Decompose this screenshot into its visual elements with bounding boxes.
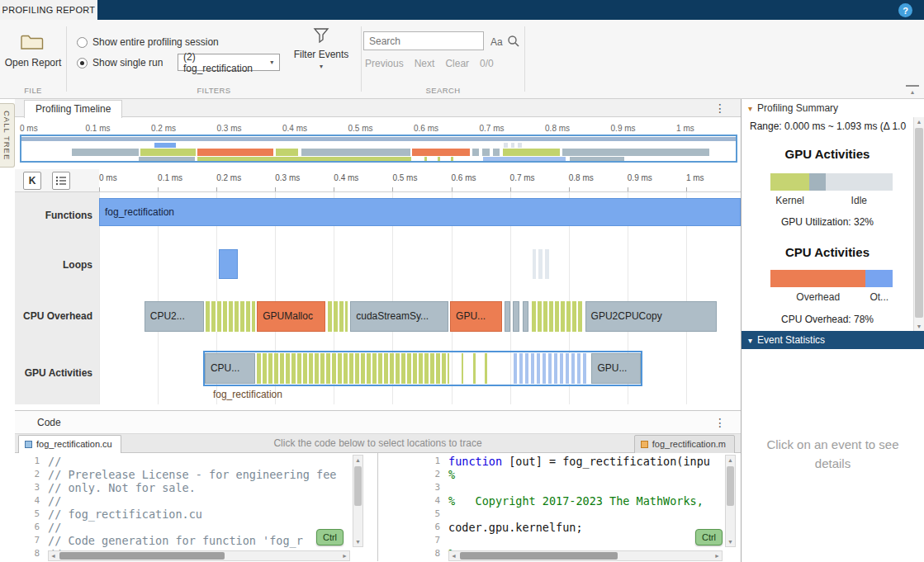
- profiling-report-tab[interactable]: PROFILING REPORT: [0, 0, 97, 20]
- code-line[interactable]: 4% Copyright 2017-2023 The MathWorks,: [379, 494, 741, 508]
- code-line[interactable]: 1function [out] = fog_rectification(inpu: [379, 455, 741, 468]
- previous-button[interactable]: Previous: [365, 58, 404, 69]
- scroll-up-icon[interactable]: ▲: [726, 456, 735, 465]
- ruler-corner: K: [15, 169, 99, 191]
- line-number: 4: [379, 494, 448, 508]
- run-dropdown-value: (2) fog_rectification: [183, 51, 265, 74]
- m-vertical-scrollbar[interactable]: ▲ ▼: [725, 455, 736, 547]
- call-tree-tab[interactable]: CALL TREE: [0, 103, 15, 168]
- timeline-segment[interactable]: [545, 249, 548, 279]
- code-line[interactable]: 5// fog_rectification.cu: [15, 508, 377, 521]
- tab-m-file[interactable]: fog_rectification.m: [634, 435, 735, 454]
- scrollbar-thumb[interactable]: [59, 552, 225, 560]
- minimap-segment: [483, 157, 566, 161]
- event-statistics-header[interactable]: ▾ Event Statistics: [742, 331, 924, 349]
- tab-profiling-timeline[interactable]: Profiling Timeline: [24, 100, 122, 118]
- code-line[interactable]: 3: [379, 481, 741, 494]
- scroll-up-icon[interactable]: ▲: [914, 117, 924, 126]
- scroll-left-icon[interactable]: ◄: [49, 551, 58, 560]
- event-list-button[interactable]: [52, 172, 70, 190]
- timeline-segment[interactable]: [514, 353, 588, 384]
- code-line[interactable]: 5: [379, 508, 741, 521]
- detail-ruler-row: K 0 ms0.1 ms0.2 ms0.3 ms0.4 ms0.5 ms0.6 …: [15, 169, 741, 192]
- timeline-segment[interactable]: GPU2CPUCopy: [585, 301, 717, 332]
- timeline-segment[interactable]: [257, 353, 449, 384]
- row-track[interactable]: fog_rectification: [99, 192, 741, 238]
- row-track[interactable]: CPU...GPU...fog_rectification: [99, 342, 741, 404]
- timeline-segment[interactable]: [533, 249, 536, 279]
- timeline-segment[interactable]: CPU...: [205, 353, 255, 384]
- filter-events-button[interactable]: Filter Events ▾: [280, 28, 362, 70]
- ruler-tick: [686, 187, 687, 191]
- radio-show-entire-session[interactable]: Show entire profiling session: [77, 36, 219, 48]
- event-statistics-placeholder: Click on an event to see details: [751, 435, 916, 474]
- timeline-segment[interactable]: fog_rectification: [99, 198, 741, 226]
- tab-cu-file[interactable]: fog_rectification.cu: [18, 435, 121, 454]
- cu-horizontal-scrollbar[interactable]: ◄ ►: [48, 550, 350, 561]
- code-menu-icon[interactable]: ⋮: [714, 414, 726, 431]
- timeline-segment[interactable]: [505, 301, 510, 332]
- open-folder-icon[interactable]: [20, 33, 45, 54]
- scroll-up-icon[interactable]: ▲: [353, 456, 362, 465]
- timeline-segment[interactable]: [462, 353, 464, 384]
- timeline-menu-icon[interactable]: ⋮: [714, 100, 726, 116]
- search-icon[interactable]: [507, 35, 520, 51]
- cpu-overhead-text: CPU Overhead: 78%: [742, 314, 913, 325]
- ruler-tick: [392, 187, 393, 191]
- radio-circle-selected-icon[interactable]: [77, 58, 88, 68]
- collapse-toolstrip-icon[interactable]: ▴: [906, 85, 919, 96]
- timeline-segment[interactable]: [473, 353, 476, 384]
- code-line[interactable]: 7: [379, 534, 741, 547]
- timeline-minimap[interactable]: [20, 135, 737, 163]
- scrollbar-thumb[interactable]: [727, 466, 734, 506]
- m-horizontal-scrollbar[interactable]: ◄ ►: [448, 550, 723, 561]
- row-track[interactable]: [99, 238, 741, 290]
- overview-ruler: 0 ms0.1 ms0.2 ms0.3 ms0.4 ms0.5 ms0.6 ms…: [20, 117, 737, 135]
- code-line[interactable]: 2%: [379, 468, 741, 481]
- run-dropdown[interactable]: (2) fog_rectification ▾: [178, 54, 280, 71]
- timeline-segment[interactable]: [532, 301, 583, 332]
- code-line[interactable]: 2// Prerelease License - for engineering…: [15, 468, 377, 481]
- timeline-segment[interactable]: [538, 249, 542, 279]
- timeline-segment[interactable]: GPU...: [591, 353, 641, 384]
- code-line[interactable]: 3// only. Not for sale.: [15, 481, 377, 494]
- timeline-segment[interactable]: CPU2...: [145, 301, 205, 332]
- match-case-button[interactable]: Aa: [490, 36, 503, 48]
- kernel-view-button[interactable]: K: [23, 172, 41, 190]
- ruler-label: 1 ms: [686, 173, 704, 182]
- gpu-activities-heading: GPU Activities: [742, 147, 913, 161]
- row-track[interactable]: CPU2...GPUMalloccudaStreamSy...GPU...GPU…: [99, 290, 741, 342]
- ruler-label: 0.6 ms: [452, 173, 476, 182]
- cu-vertical-scrollbar[interactable]: ▲ ▼: [353, 455, 363, 547]
- scroll-right-icon[interactable]: ►: [340, 551, 349, 560]
- timeline-segment[interactable]: [328, 301, 348, 332]
- scrollbar-thumb[interactable]: [354, 466, 362, 506]
- scroll-down-icon[interactable]: ▼: [726, 537, 735, 546]
- timeline-segment[interactable]: GPU...: [450, 301, 502, 332]
- next-button[interactable]: Next: [415, 58, 435, 69]
- scroll-down-icon[interactable]: ▼: [353, 537, 362, 546]
- scrollbar-thumb[interactable]: [915, 128, 923, 318]
- radio-show-single-run[interactable]: Show single run: [77, 57, 163, 68]
- code-line[interactable]: 6coder.gpu.kernelfun;: [379, 521, 741, 534]
- code-line[interactable]: 1//: [15, 455, 377, 468]
- clear-button[interactable]: Clear: [445, 58, 469, 69]
- timeline-segment[interactable]: [206, 301, 255, 332]
- search-input[interactable]: [363, 31, 484, 50]
- timeline-segment[interactable]: [219, 249, 238, 279]
- timeline-segment[interactable]: [523, 301, 529, 332]
- profiling-summary-header[interactable]: ▾ Profiling Summary: [742, 99, 924, 117]
- summary-scrollbar[interactable]: ▲ ▼: [913, 117, 924, 331]
- timeline-segment[interactable]: GPUMalloc: [257, 301, 325, 332]
- scrollbar-thumb[interactable]: [460, 552, 618, 560]
- help-icon[interactable]: ?: [898, 3, 912, 17]
- timeline-segment[interactable]: cudaStreamSy...: [350, 301, 448, 332]
- scroll-left-icon[interactable]: ◄: [449, 551, 458, 560]
- code-line[interactable]: 4//: [15, 494, 377, 508]
- radio-circle-icon[interactable]: [77, 37, 88, 48]
- timeline-segment[interactable]: [513, 301, 519, 332]
- timeline-segment[interactable]: [485, 353, 487, 384]
- scroll-down-icon[interactable]: ▼: [914, 322, 924, 331]
- scroll-right-icon[interactable]: ►: [713, 551, 722, 560]
- open-report-button[interactable]: Open Report: [0, 57, 66, 68]
